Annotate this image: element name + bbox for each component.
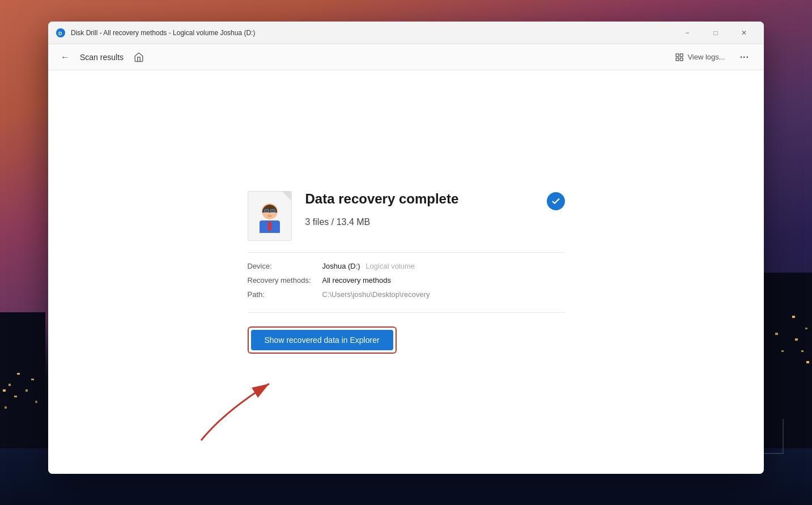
person-glasses bbox=[264, 209, 275, 213]
methods-label: Recovery methods: bbox=[248, 276, 311, 285]
more-button[interactable]: ··· bbox=[734, 49, 755, 66]
svg-text:D: D bbox=[58, 31, 62, 36]
person-tie bbox=[268, 222, 271, 231]
toolbar-left: ← Scan results bbox=[57, 49, 147, 66]
person-figure bbox=[260, 203, 280, 233]
path-label: Path: bbox=[248, 290, 311, 299]
scan-results-label: Scan results bbox=[80, 53, 124, 62]
recovery-card: Data recovery complete 3 files / 13.4 MB… bbox=[248, 191, 565, 354]
device-value: Joshua (D:) Logical volume bbox=[322, 262, 565, 270]
avatar bbox=[248, 191, 292, 241]
methods-value: All recovery methods bbox=[322, 276, 565, 285]
logs-icon bbox=[675, 53, 684, 62]
maximize-button[interactable]: □ bbox=[703, 24, 729, 42]
person-mouth bbox=[267, 215, 272, 217]
card-title-area: Data recovery complete 3 files / 13.4 MB bbox=[305, 191, 565, 236]
svg-rect-2 bbox=[676, 54, 679, 57]
device-secondary: Logical volume bbox=[365, 262, 415, 270]
button-container: Show recovered data in Explorer bbox=[248, 326, 397, 354]
home-button[interactable] bbox=[130, 49, 147, 66]
title-bar-left: D Disk Drill - All recovery methods - Lo… bbox=[55, 27, 255, 39]
view-logs-label: View logs... bbox=[687, 53, 725, 61]
svg-rect-5 bbox=[676, 58, 679, 61]
device-label: Device: bbox=[248, 262, 311, 270]
recovery-title: Data recovery complete bbox=[305, 191, 459, 207]
window-title: Disk Drill - All recovery methods - Logi… bbox=[71, 29, 255, 37]
back-button[interactable]: ← bbox=[57, 49, 73, 66]
app-icon: D bbox=[55, 27, 66, 39]
app-window: D Disk Drill - All recovery methods - Lo… bbox=[48, 22, 764, 474]
toolbar: ← Scan results View logs... ··· bbox=[48, 44, 764, 70]
device-primary: Joshua (D:) bbox=[322, 262, 360, 270]
back-icon: ← bbox=[61, 52, 70, 62]
close-button[interactable]: ✕ bbox=[731, 24, 757, 42]
glass-lens-left bbox=[264, 209, 269, 213]
person-head bbox=[262, 203, 278, 219]
glass-lens-right bbox=[270, 209, 275, 213]
view-logs-button[interactable]: View logs... bbox=[670, 49, 729, 65]
person-body bbox=[260, 220, 280, 233]
toolbar-right: View logs... ··· bbox=[670, 49, 755, 66]
check-icon bbox=[547, 192, 565, 210]
file-count: 3 files / 13.4 MB bbox=[305, 217, 565, 227]
button-highlight: Show recovered data in Explorer bbox=[248, 326, 397, 354]
path-value: C:\Users\joshu\Desktop\recovery bbox=[322, 290, 565, 299]
title-bar: D Disk Drill - All recovery methods - Lo… bbox=[48, 22, 764, 44]
main-content: Data recovery complete 3 files / 13.4 MB… bbox=[48, 70, 764, 474]
svg-rect-3 bbox=[681, 54, 683, 57]
window-controls: − □ ✕ bbox=[674, 24, 757, 42]
minimize-button[interactable]: − bbox=[674, 24, 700, 42]
svg-rect-4 bbox=[681, 58, 683, 61]
show-in-explorer-button[interactable]: Show recovered data in Explorer bbox=[251, 330, 393, 350]
